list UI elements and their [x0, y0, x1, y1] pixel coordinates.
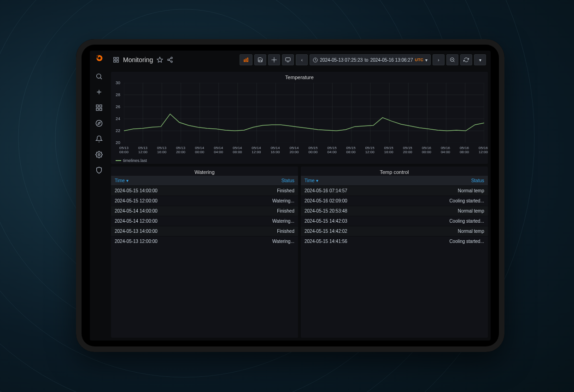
grafana-logo-icon[interactable]	[94, 54, 104, 64]
time-back-button[interactable]: ‹	[296, 54, 308, 65]
x-tick: 05/16 04:00	[441, 146, 450, 155]
watering-status-column[interactable]: Status	[281, 178, 294, 183]
y-tick: 28	[116, 92, 120, 97]
table-row[interactable]: 2024-05-15 12:00:00Watering...	[111, 196, 298, 206]
y-tick: 30	[116, 81, 120, 85]
watering-panel-title: Watering	[111, 167, 298, 176]
tv-mode-button[interactable]	[282, 54, 294, 65]
temp-control-panel-title: Temp control	[301, 167, 488, 176]
temp-control-status-column[interactable]: Status	[471, 178, 484, 183]
x-tick: 05/15 00:00	[309, 146, 318, 155]
share-icon[interactable]	[167, 57, 173, 63]
x-tick: 05/13 12:00	[138, 146, 147, 155]
row-time: 2024-05-14 12:00:00	[115, 219, 158, 224]
x-tick: 05/16 12:00	[479, 146, 488, 155]
tables-row: Watering Time ▾ Status 2024-05-15 14:00:…	[111, 167, 488, 338]
x-tick: 05/16 00:00	[422, 146, 431, 155]
table-row[interactable]: 2024-05-16 07:14:57Normal temp	[301, 185, 488, 196]
row-status: Normal temp	[458, 229, 484, 234]
dashboard-grid-icon[interactable]	[113, 57, 119, 63]
table-row[interactable]: 2024-05-15 14:00:00Finished	[111, 185, 298, 196]
svg-point-25	[171, 57, 173, 59]
row-time: 2024-05-13 12:00:00	[115, 239, 158, 244]
table-row[interactable]: 2024-05-15 14:42:02Normal temp	[301, 226, 488, 236]
screen: Monitoring ‹ 2024-05-13 07:25:23 to 2024…	[90, 51, 491, 340]
row-status: Watering...	[272, 198, 294, 203]
time-range-from: 2024-05-13 07:25:23	[320, 58, 363, 63]
svg-rect-14	[100, 105, 102, 107]
watering-time-column[interactable]: Time ▾	[115, 178, 129, 183]
y-tick: 26	[116, 104, 120, 109]
refresh-button[interactable]	[460, 54, 472, 65]
svg-rect-20	[114, 58, 116, 59]
row-time: 2024-05-15 14:42:02	[305, 229, 347, 234]
table-row[interactable]: 2024-05-13 12:00:00Watering...	[111, 236, 298, 246]
settings-button[interactable]	[268, 54, 280, 65]
row-time: 2024-05-14 14:00:00	[115, 208, 158, 213]
explore-icon[interactable]	[95, 120, 103, 127]
x-tick: 05/14 00:00	[195, 146, 204, 155]
shield-icon[interactable]	[95, 167, 103, 174]
row-status: Finished	[277, 229, 294, 234]
x-tick: 05/15 12:00	[365, 146, 375, 155]
row-status: Cooling started...	[449, 198, 484, 203]
watering-panel: Watering Time ▾ Status 2024-05-15 14:00:…	[111, 167, 298, 338]
x-tick: 05/13 08:00	[119, 146, 129, 155]
temperature-panel-title: Temperature	[111, 72, 488, 81]
temperature-chart[interactable]: 302826242220 05/13 08:0005/13 12:0005/13…	[111, 81, 488, 164]
svg-line-28	[169, 60, 171, 61]
svg-line-10	[100, 78, 102, 79]
row-time: 2024-05-15 20:53:48	[305, 208, 347, 213]
dashboards-icon[interactable]	[95, 104, 103, 111]
plus-icon[interactable]	[95, 88, 103, 96]
legend-label: timelines.last	[123, 158, 147, 163]
x-tick: 05/15 16:00	[384, 146, 393, 155]
table-row[interactable]: 2024-05-16 02:09:00Cooling started...	[301, 196, 488, 206]
time-range-picker[interactable]: 2024-05-13 07:25:23 to 2024-05-16 13:06:…	[310, 54, 431, 65]
refresh-interval-button[interactable]: ▾	[474, 54, 486, 65]
row-status: Finished	[277, 188, 294, 193]
svg-rect-23	[117, 60, 118, 62]
svg-rect-16	[100, 108, 102, 110]
svg-rect-30	[244, 60, 245, 62]
alerting-icon[interactable]	[95, 135, 103, 143]
svg-marker-18	[98, 122, 100, 124]
add-panel-button[interactable]	[240, 54, 252, 65]
gear-icon[interactable]	[95, 151, 103, 158]
row-status: Normal temp	[458, 208, 484, 213]
main-area: Monitoring ‹ 2024-05-13 07:25:23 to 2024…	[108, 51, 491, 340]
temp-control-panel: Temp control Time ▾ Status 2024-05-16 07…	[301, 167, 488, 338]
x-tick: 05/14 16:00	[270, 146, 280, 155]
temperature-panel: Temperature 302826242220 05/13 08:0005/1…	[111, 72, 488, 164]
svg-marker-24	[158, 57, 163, 62]
page-title: Monitoring	[123, 56, 153, 63]
svg-rect-32	[247, 58, 248, 62]
zoom-out-button[interactable]	[446, 54, 458, 65]
topbar: Monitoring ‹ 2024-05-13 07:25:23 to 2024…	[108, 51, 491, 69]
table-row[interactable]: 2024-05-13 14:00:00Finished	[111, 226, 298, 236]
x-tick: 05/15 08:00	[346, 146, 356, 155]
search-icon[interactable]	[95, 73, 103, 80]
svg-point-17	[96, 120, 102, 126]
svg-line-38	[453, 61, 454, 62]
row-time: 2024-05-15 14:00:00	[115, 188, 158, 193]
content: Temperature 302826242220 05/13 08:0005/1…	[108, 69, 491, 340]
time-forward-button[interactable]: ›	[433, 54, 445, 65]
table-row[interactable]: 2024-05-14 12:00:00Watering...	[111, 216, 298, 226]
row-status: Watering...	[272, 219, 294, 224]
table-row[interactable]: 2024-05-15 14:41:56Cooling started...	[301, 236, 488, 246]
svg-point-33	[274, 59, 275, 61]
table-row[interactable]: 2024-05-15 20:53:48Normal temp	[301, 206, 488, 216]
table-row[interactable]: 2024-05-15 14:42:03Cooling started...	[301, 216, 488, 226]
chart-legend: timelines.last	[116, 158, 147, 163]
svg-rect-31	[246, 59, 246, 62]
star-icon[interactable]	[157, 57, 163, 63]
temp-control-table-header: Time ▾ Status	[301, 176, 488, 185]
row-time: 2024-05-15 12:00:00	[115, 198, 158, 203]
table-row[interactable]: 2024-05-14 14:00:00Finished	[111, 206, 298, 216]
save-button[interactable]	[254, 54, 266, 65]
sidebar	[90, 51, 108, 340]
svg-point-27	[171, 61, 173, 63]
temp-control-time-column[interactable]: Time ▾	[305, 178, 318, 183]
svg-rect-13	[96, 105, 99, 107]
